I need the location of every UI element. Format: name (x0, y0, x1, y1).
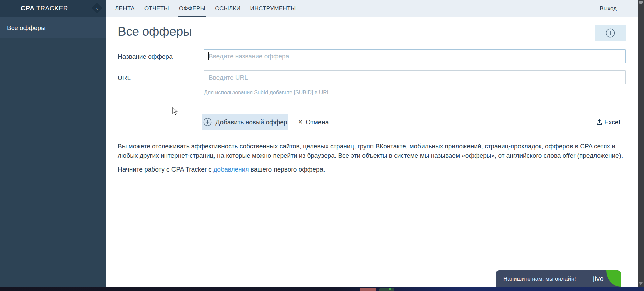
getting-started-paragraph: Начните работу с CPA Tracker с добавлени… (118, 166, 325, 173)
plus-circle-icon (203, 118, 212, 126)
mouse-cursor-icon (172, 107, 179, 117)
plus-circle-icon (606, 28, 615, 38)
sidebar-header: CPA TRACKER ‹ (0, 0, 106, 17)
add-offer-icon-button[interactable] (595, 25, 626, 41)
excel-export-button[interactable]: Excel (596, 114, 620, 130)
add-first-offer-link[interactable]: добавления (213, 166, 249, 173)
jivo-chat-widget[interactable]: Напишите нам, мы онлайн! jivo (496, 270, 621, 287)
url-label: URL (118, 74, 131, 82)
desktop-taskbar-strip (0, 287, 644, 291)
close-icon: ✕ (298, 118, 303, 126)
scrollbar-thumb[interactable] (639, 1, 643, 4)
tab-offery[interactable]: ОФФЕРЫ (179, 0, 205, 17)
brand-rest: TRACKER (35, 5, 68, 12)
vertical-scrollbar[interactable] (638, 0, 644, 287)
chat-message: Напишите нам, мы онлайн! (496, 276, 576, 282)
sidebar-collapse-button[interactable]: ‹ (92, 3, 102, 13)
description-paragraph: Вы можете отслеживать эффективность собс… (118, 142, 623, 160)
brand-bold: CPA (21, 5, 35, 12)
url-field-wrap (204, 70, 626, 84)
taskbar-red-blob (360, 288, 376, 291)
leaf-icon (606, 270, 621, 287)
subid-hint: Для использования SubId добавьте [SUBID]… (204, 90, 330, 96)
url-input[interactable] (204, 70, 626, 84)
upload-icon (596, 119, 602, 125)
excel-label: Excel (604, 118, 620, 126)
page-title: Все офферы (118, 25, 192, 39)
tab-ssylki[interactable]: ССЫЛКИ (215, 0, 240, 17)
app-logo: CPA TRACKER (21, 5, 68, 12)
offer-name-label: Название оффера (118, 53, 173, 60)
tab-lenta[interactable]: ЛЕНТА (115, 0, 135, 17)
description-line-2: любых других интернет-страниц, на которы… (118, 151, 623, 160)
start-text-after: вашего первого оффера. (249, 166, 325, 173)
logout-button[interactable]: Выход (600, 0, 638, 17)
main-content: Все офферы Название оффера URL Для испол… (106, 17, 638, 287)
nav-tabs: ЛЕНТА ОТЧЕТЫ ОФФЕРЫ ССЫЛКИ ИНСТРУМЕНТЫ (106, 0, 296, 17)
sidebar: CPA TRACKER ‹ Все офферы (0, 0, 106, 287)
cancel-label: Отмена (306, 118, 329, 126)
top-navigation: ЛЕНТА ОТЧЕТЫ ОФФЕРЫ ССЫЛКИ ИНСТРУМЕНТЫ В… (106, 0, 638, 17)
scroll-down-arrow-icon[interactable] (639, 282, 643, 285)
add-new-offer-button[interactable]: Добавить новый оффер (202, 114, 288, 130)
tab-otchety[interactable]: ОТЧЕТЫ (144, 0, 169, 17)
description-line-1: Вы можете отслеживать эффективность собс… (118, 142, 623, 151)
offer-name-input[interactable] (204, 49, 626, 63)
start-text-before: Начните работу с CPA Tracker с (118, 166, 213, 173)
cancel-button[interactable]: ✕ Отмена (298, 114, 329, 130)
tab-instrumenty[interactable]: ИНСТРУМЕНТЫ (250, 0, 296, 17)
text-caret (208, 52, 209, 60)
chevron-left-icon: ‹ (93, 4, 101, 12)
add-new-offer-label: Добавить новый оффер (216, 118, 287, 126)
taskbar-green-blob (379, 288, 394, 291)
jivo-logo: jivo (593, 275, 604, 283)
offer-name-field-wrap (204, 49, 626, 63)
taskbar-green-dot (389, 288, 391, 290)
sidebar-item-all-offers[interactable]: Все офферы (0, 17, 106, 38)
